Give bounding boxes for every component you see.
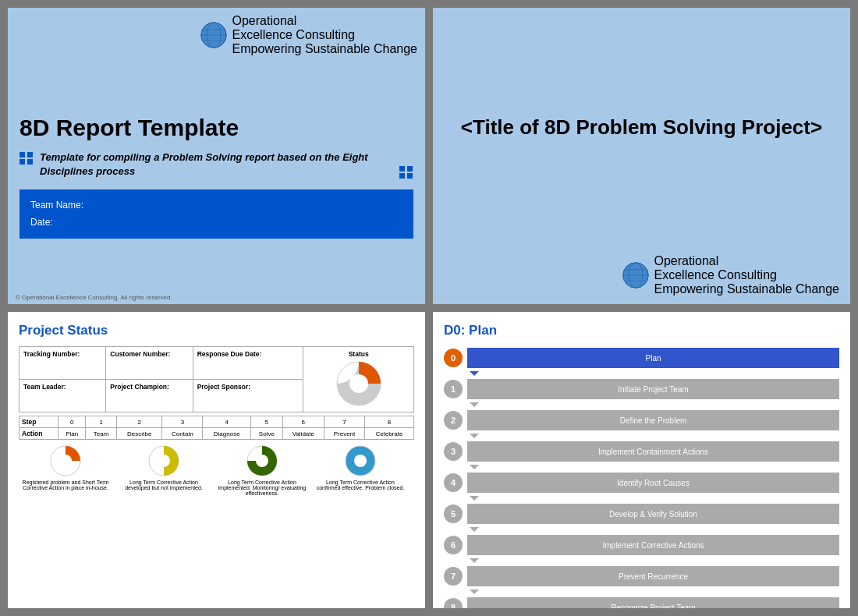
- slide-4-d0-plan: D0: Plan 0 Plan 1 Initiate Project Team …: [433, 312, 850, 608]
- d0-step-row-7: 7 Prevent Recurrence: [444, 566, 839, 586]
- status-pie-chart: [335, 360, 382, 407]
- action-diagnose: Diagnose: [203, 428, 251, 440]
- blue-squares-right: [399, 166, 413, 179]
- svg-point-17: [158, 455, 170, 467]
- project-champion-label: Project Champion:: [110, 383, 169, 391]
- legend-pie-3: [246, 444, 278, 477]
- svg-point-13: [349, 374, 368, 393]
- d0-bar-2: Define the Problem: [467, 410, 839, 430]
- team-leader-label: Team Leader:: [23, 383, 66, 391]
- connector-3: [470, 466, 839, 469]
- connector-2: [470, 434, 839, 437]
- logo-sub-name: Excellence Consulting: [232, 28, 417, 42]
- response-due-date-label: Response Due Date:: [197, 350, 262, 358]
- d0-steps-container: 0 Plan 1 Initiate Project Team 2 Define …: [444, 348, 839, 608]
- legend-desc-4: Long Term Corrective Action confirmed ef…: [314, 480, 407, 490]
- legend-item-3: Long Term Corrective Action implemented.…: [215, 444, 309, 496]
- d0-bar-1: Initiate Project Team: [467, 379, 839, 399]
- globe-icon-2: [622, 261, 650, 289]
- d0-step-row-1: 1 Initiate Project Team: [444, 379, 839, 399]
- slide2-bottom: Operational Excellence Consulting Empowe…: [433, 246, 850, 304]
- date-label: Date:: [30, 214, 402, 232]
- status-table-area: Tracking Number: Customer Number: Respon…: [19, 346, 414, 597]
- d0-circle-5: 5: [444, 504, 463, 523]
- team-name-label: Team Name:: [30, 197, 402, 214]
- step-4: 4: [203, 416, 251, 428]
- d0-step-row-5: 5 Develop & Verify Solution: [444, 504, 839, 524]
- step-3: 3: [162, 416, 203, 428]
- action-celebrate: Celebrate: [365, 428, 414, 440]
- slide2-title: <Title of 8D Problem Solving Project>: [461, 115, 822, 140]
- d0-bar-8: Recognize Project Team: [467, 597, 839, 608]
- status-info-table: Tracking Number: Customer Number: Respon…: [19, 346, 414, 412]
- connector-5: [470, 528, 839, 531]
- step-1: 1: [86, 416, 117, 428]
- d0-circle-7: 7: [444, 567, 463, 586]
- slide1-main-area: 8D Report Template Template for compilin…: [8, 62, 425, 291]
- logo-sub-name-2: Excellence Consulting: [654, 268, 839, 282]
- d0-circle-3: 3: [444, 442, 463, 461]
- action-team: Team: [86, 428, 117, 440]
- action-describe: Describe: [117, 428, 162, 440]
- svg-point-15: [59, 455, 72, 467]
- action-label: Action: [20, 428, 58, 440]
- blue-squares-left: [20, 152, 34, 165]
- d0-circle-1: 1: [444, 380, 463, 398]
- tracking-number-label: Tracking Number:: [23, 350, 80, 358]
- d0-step-row-0: 0 Plan: [444, 348, 839, 368]
- slide-2-project-title: <Title of 8D Problem Solving Project> Op…: [433, 8, 850, 304]
- slide1-title: 8D Report Template: [20, 115, 413, 141]
- connector-1: [470, 403, 839, 406]
- step-2: 2: [117, 416, 162, 428]
- svg-point-21: [354, 455, 367, 467]
- legend-item-1: Registered problem and Short Term Correc…: [19, 444, 112, 490]
- action-validate: Validate: [282, 428, 324, 440]
- legend-desc-1: Registered problem and Short Term Correc…: [19, 480, 112, 490]
- step-7: 7: [324, 416, 364, 428]
- d0-step-row-6: 6 Implement Corrective Actions: [444, 535, 839, 555]
- step-0: 0: [58, 416, 86, 428]
- d0-bar-3: Implement Containment Actions: [467, 441, 839, 462]
- d0-step-row-3: 3 Implement Containment Actions: [444, 441, 839, 462]
- slide1-footer: © Operational Excellence Consulting. All…: [8, 291, 425, 304]
- status-label: Status: [307, 350, 410, 358]
- d0-step-row-2: 2 Define the Problem: [444, 410, 839, 430]
- d0-circle-2: 2: [444, 411, 463, 430]
- svg-point-19: [256, 455, 268, 467]
- logo-text-block: Operational Excellence Consulting Empowe…: [232, 14, 417, 56]
- legend-pie-4: [344, 444, 377, 477]
- legend-pie-1: [49, 444, 82, 477]
- d0-section-title: D0: Plan: [444, 323, 839, 338]
- d0-circle-0: 0: [444, 349, 463, 367]
- d0-circle-6: 6: [444, 536, 463, 554]
- connector-7: [470, 590, 839, 593]
- slide1-subtitle-row: Template for compiling a Problem Solving…: [20, 150, 413, 179]
- logo-tagline: Empowering Sustainable Change: [232, 42, 417, 56]
- slide1-header: Operational Excellence Consulting Empowe…: [8, 8, 425, 62]
- slide1-team-box: Team Name: Date:: [20, 189, 413, 239]
- steps-table: Step 0 1 2 3 4 5 6 7 8 Action Plan Team …: [19, 416, 414, 440]
- project-sponsor-label: Project Sponsor:: [197, 383, 250, 391]
- slide1-subtitle: Template for compiling a Problem Solving…: [40, 150, 393, 179]
- action-prevent: Prevent: [324, 428, 364, 440]
- d0-circle-8: 8: [444, 598, 463, 608]
- connector-0: [470, 372, 839, 375]
- connector-4: [470, 497, 839, 500]
- action-plan: Plan: [58, 428, 86, 440]
- legend-desc-3: Long Term Corrective Action implemented.…: [215, 480, 309, 496]
- legend-desc-2: Long Term Corrective Action developed bu…: [117, 480, 211, 490]
- d0-step-row-4: 4 Identify Root Causes: [444, 473, 839, 493]
- slide-1-report-template: Operational Excellence Consulting Empowe…: [8, 8, 425, 304]
- d0-step-row-8: 8 Recognize Project Team: [444, 597, 839, 608]
- status-cell: Status: [303, 347, 414, 412]
- step-6: 6: [282, 416, 324, 428]
- step-5: 5: [250, 416, 282, 428]
- step-label: Step: [20, 416, 58, 428]
- action-contain: Contain: [162, 428, 203, 440]
- step-8: 8: [365, 416, 414, 428]
- d0-bar-7: Prevent Recurrence: [467, 566, 839, 586]
- d0-bar-6: Implement Corrective Actions: [467, 535, 839, 555]
- legend-item-2: Long Term Corrective Action developed bu…: [117, 444, 211, 490]
- d0-bar-4: Identify Root Causes: [467, 473, 839, 493]
- slide2-logo: Operational Excellence Consulting Empowe…: [622, 254, 839, 296]
